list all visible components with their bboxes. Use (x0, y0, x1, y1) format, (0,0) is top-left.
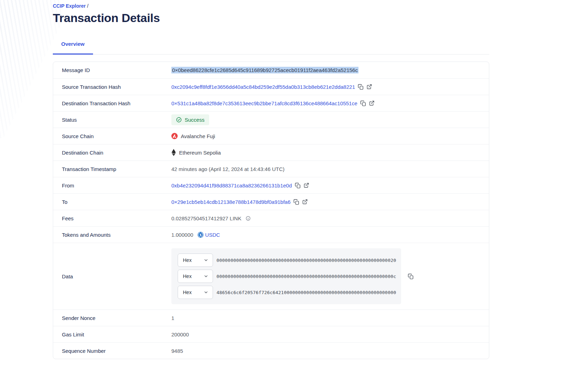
token-symbol-link[interactable]: USDC (205, 232, 220, 238)
chevron-down-icon (204, 274, 208, 279)
sequence-number-value: 9485 (171, 348, 183, 354)
breadcrumb-separator: / (87, 3, 88, 9)
to-address-link[interactable]: 0×29e1cb5eb14cdb12138e788b1478d9bf0a91bf… (171, 199, 291, 205)
dest-tx-hash-link[interactable]: 0×531c1a48ba82f8de7c353613eec9b2bbe71afc… (171, 100, 357, 106)
source-chain-label: Source Chain (62, 133, 171, 139)
fees-label: Fees (62, 215, 171, 221)
dest-tx-hash-label: Destination Transaction Hash (62, 100, 171, 106)
chevron-down-icon (204, 258, 208, 263)
external-link-icon[interactable] (302, 199, 308, 205)
fees-value: 0.028527504517412927 LINK (171, 215, 241, 221)
gas-limit-label: Gas Limit (62, 332, 171, 337)
chevron-down-icon (204, 290, 208, 295)
sender-nonce-label: Sender Nonce (62, 315, 171, 321)
copy-icon[interactable] (358, 84, 364, 90)
external-link-icon[interactable] (367, 84, 372, 90)
copy-icon[interactable] (293, 199, 299, 205)
data-line: Hex 48656c6c6f20576f726c6421000000000000… (178, 286, 396, 299)
copy-icon[interactable] (295, 183, 301, 188)
page-title: Transaction Details (53, 11, 489, 25)
data-hex-word[interactable]: 0000000000000000000000000000000000000000… (216, 258, 396, 263)
table-row-dest-tx-hash: Destination Transaction Hash 0×531c1a48b… (53, 95, 489, 111)
table-row-timestamp: Transaction Timestamp 42 minutes ago (Ap… (53, 161, 489, 177)
source-chain-value: Avalanche Fuji (171, 133, 215, 139)
data-format-select[interactable]: Hex (178, 254, 213, 267)
table-row-tokens: Tokens and Amounts 1.000000 $ USDC (53, 226, 489, 243)
check-circle-icon (176, 117, 182, 123)
data-label: Data (62, 273, 171, 279)
tokens-label: Tokens and Amounts (62, 232, 171, 238)
data-hex-word[interactable]: 48656c6c6f20576f726c64210000000000000000… (216, 290, 396, 295)
data-line: Hex 000000000000000000000000000000000000… (178, 270, 396, 283)
message-id-value[interactable]: 0×0beed86228cfe1c2685d645c911689b92725ac… (171, 67, 358, 73)
to-label: To (62, 199, 171, 205)
tab-overview[interactable]: Overview (53, 41, 93, 54)
sequence-number-label: Sequence Number (62, 348, 171, 354)
from-label: From (62, 183, 171, 188)
tab-bar: Overview (53, 41, 489, 55)
copy-icon[interactable] (360, 100, 366, 106)
external-link-icon[interactable] (369, 100, 375, 106)
ethereum-icon (171, 149, 176, 156)
gas-limit-value: 200000 (171, 332, 189, 337)
dest-chain-label: Destination Chain (62, 150, 171, 156)
table-row-message-id: Message ID 0×0beed86228cfe1c2685d645c911… (53, 62, 489, 78)
status-badge: Success (171, 114, 209, 125)
breadcrumb-link-ccip-explorer[interactable]: CCIP Explorer (53, 3, 86, 9)
data-format-value: Hex (183, 257, 192, 263)
table-row-source-chain: Source Chain Avalanche Fuji (53, 128, 489, 144)
data-line: Hex 000000000000000000000000000000000000… (178, 254, 396, 267)
table-row-sender-nonce: Sender Nonce 1 (53, 309, 489, 326)
sender-nonce-value: 1 (171, 315, 174, 321)
source-tx-hash-label: Source Transaction Hash (62, 84, 171, 90)
copy-icon[interactable] (408, 273, 414, 279)
data-format-value: Hex (183, 273, 192, 279)
breadcrumb: CCIP Explorer/ (53, 3, 489, 9)
data-format-select[interactable]: Hex (178, 286, 213, 299)
message-id-label: Message ID (62, 67, 171, 73)
data-hex-box: Hex 000000000000000000000000000000000000… (171, 248, 401, 304)
timestamp-value: 42 minutes ago (April 12, 2024 at 14:43:… (171, 166, 285, 172)
table-row-gas-limit: Gas Limit 200000 (53, 326, 489, 342)
dest-chain-name: Ethereum Sepolia (179, 150, 221, 156)
main-content: CCIP Explorer/ Transaction Details Overv… (53, 0, 489, 359)
status-label: Status (62, 117, 171, 123)
dest-chain-value: Ethereum Sepolia (171, 149, 221, 156)
avalanche-icon (171, 133, 178, 139)
table-row-fees: Fees 0.028527504517412927 LINK (53, 210, 489, 226)
data-format-value: Hex (183, 290, 192, 295)
table-row-data: Data Hex 0000000000000000000000000000000… (53, 243, 489, 309)
transaction-details-table: Message ID 0×0beed86228cfe1c2685d645c911… (53, 62, 489, 359)
source-chain-name: Avalanche Fuji (181, 133, 215, 139)
table-row-status: Status Success (53, 111, 489, 128)
table-row-from: From 0xb4e232094d41f98d88371ca8a82362661… (53, 177, 489, 193)
token-amount: 1.000000 (171, 232, 193, 238)
status-text: Success (185, 117, 205, 123)
source-tx-hash-link[interactable]: 0xc2094c9eff8fdf1e3656dd40a5c84bd259e2df… (171, 84, 355, 90)
token-badge: $ USDC (198, 232, 220, 238)
svg-text:$: $ (199, 233, 201, 236)
timestamp-label: Transaction Timestamp (62, 166, 171, 172)
info-icon[interactable] (246, 216, 251, 221)
table-row-sequence-number: Sequence Number 9485 (53, 342, 489, 359)
table-row-to: To 0×29e1cb5eb14cdb12138e788b1478d9bf0a9… (53, 193, 489, 210)
from-address-link[interactable]: 0xb4e232094d41f98d88371ca8a8236266131b1e… (171, 183, 292, 188)
corner-decoration (0, 0, 61, 138)
data-format-select[interactable]: Hex (178, 270, 213, 283)
external-link-icon[interactable] (304, 183, 309, 188)
data-hex-word[interactable]: 0000000000000000000000000000000000000000… (216, 274, 396, 279)
table-row-source-tx-hash: Source Transaction Hash 0xc2094c9eff8fdf… (53, 78, 489, 95)
table-row-dest-chain: Destination Chain Ethereum Sepolia (53, 144, 489, 161)
usdc-icon: $ (198, 232, 204, 238)
